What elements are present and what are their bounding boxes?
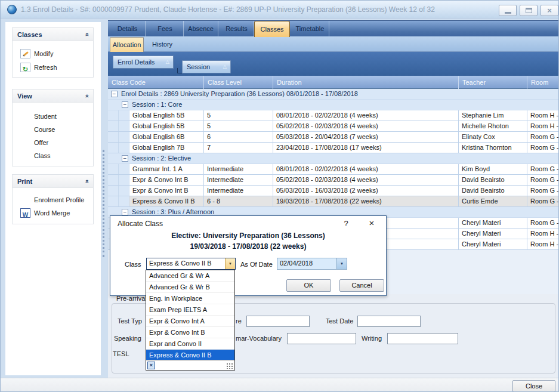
cell-class-level: 6 - 8 (203, 196, 273, 206)
resize-grip-icon[interactable] (226, 363, 233, 369)
sidebar-section-view[interactable]: View» (13, 89, 93, 103)
close-window-button[interactable]: × (541, 5, 558, 16)
as-of-date-value: 02/04/2018 (280, 260, 313, 267)
cell-class-level: 6 (203, 132, 273, 142)
table-row[interactable]: Global English 5B 5 05/02/2018 - 02/03/2… (108, 121, 559, 132)
help-icon[interactable]: ? (340, 219, 352, 228)
tab-timetable[interactable]: Timetable (291, 21, 329, 37)
as-of-date-combobox[interactable]: 02/04/2018 ▼ (277, 258, 347, 270)
table-row[interactable]: Global English 5B 5 08/01/2018 - 02/02/2… (108, 110, 559, 121)
score-input[interactable] (246, 316, 310, 327)
dropdown-arrow-icon[interactable]: ▼ (225, 258, 235, 269)
collapse-icon[interactable]: − (122, 155, 128, 162)
session-group-row[interactable]: − Session : 1: Core (108, 100, 559, 110)
cell-duration: 19/03/2018 - 17/08/2018 (22 weeks) (273, 196, 458, 206)
dropdown-option[interactable]: Exam Prep IELTS A (146, 304, 234, 316)
sidebar-item-enrolment-profile[interactable]: Enrolment Profile (34, 195, 84, 205)
cell-duration: 05/02/2018 - 02/03/2018 (4 weeks) (273, 175, 458, 185)
session-label: Session : 2: Elective (132, 153, 191, 163)
sidebar-section-classes[interactable]: Classes» (13, 28, 93, 41)
title-bar: 1.3 Enrol Details - S#: 0000009977 Prude… (1, 1, 559, 18)
table-row[interactable]: Expr & Convo Int B Intermediate 05/02/20… (108, 175, 559, 186)
table-row[interactable]: Global English 6B 6 05/03/2018 - 20/04/2… (108, 132, 559, 143)
class-combobox[interactable]: Express & Convo II B ▼ (146, 258, 236, 270)
session-group-row[interactable]: − Session : 2: Elective (108, 153, 559, 164)
sort-ascending-icon: △ (223, 61, 227, 72)
table-row-selected[interactable]: Express & Convo II B 6 - 8 19/03/2018 - … (108, 196, 559, 207)
cell-teacher: Michelle Rhoton (458, 121, 527, 131)
group-row-label: Enrol Details : 2869 University Preparat… (121, 89, 358, 99)
cell-room: Room H - (527, 110, 559, 121)
table-row[interactable]: Global English 7B 7 23/04/2018 - 17/08/2… (108, 143, 559, 153)
sidebar-item-student[interactable]: Student (34, 112, 57, 122)
sidebar-splitter[interactable] (103, 150, 104, 257)
dialog-close-icon[interactable]: × (365, 218, 379, 228)
class-combobox-value: Express & Convo II B (149, 260, 212, 267)
dropdown-option[interactable]: Advanced Gr & Wr A (146, 270, 234, 282)
writing-input[interactable] (387, 333, 458, 344)
refresh-icon: ↻ (20, 63, 30, 72)
column-header-class-level[interactable]: Class Level (203, 76, 273, 89)
subtab-allocation[interactable]: Allocation (110, 37, 144, 52)
collapse-icon[interactable]: − (122, 101, 128, 108)
dropdown-option[interactable]: Expr & Convo Int A (146, 316, 234, 327)
dropdown-option[interactable]: Eng. in Workplace (146, 293, 234, 304)
close-button[interactable]: Close (512, 380, 555, 392)
tab-bar: Details Fees Absence Results Classes Tim… (108, 20, 559, 36)
dropdown-option[interactable]: Advanced Gr & Wr B (146, 282, 234, 293)
table-row[interactable]: Grammar Int. 1 A Intermediate 08/01/2018… (108, 164, 559, 175)
chevron-up-icon[interactable]: » (84, 94, 89, 98)
dropdown-close-icon[interactable]: × (147, 362, 155, 369)
table-row[interactable]: Expr & Convo Int B Intermediate 05/03/20… (108, 186, 559, 196)
group-by-session[interactable]: Session △ (182, 60, 231, 73)
subtab-history[interactable]: History (147, 37, 177, 52)
sidebar-item-course[interactable]: Course (34, 125, 55, 135)
cancel-button[interactable]: Cancel (339, 279, 384, 292)
writing-label: Writing (362, 335, 382, 342)
dropdown-option[interactable]: Expr & Convo Int B (146, 327, 234, 338)
sidebar-item-word-merge[interactable]: Word Merge (34, 208, 70, 218)
collapse-icon[interactable]: − (111, 91, 118, 97)
sidebar-item-class[interactable]: Class (34, 151, 51, 161)
group-row-enrol-details[interactable]: − Enrol Details : 2869 University Prepar… (108, 89, 559, 100)
column-header-room[interactable]: Room (527, 76, 559, 89)
group-by-enrol-details[interactable]: Enrol Details △ (113, 55, 174, 69)
group-by-bar: Enrol Details △ Session △ (108, 52, 559, 76)
cell-class-level: Intermediate (203, 164, 273, 174)
tab-classes[interactable]: Classes (254, 21, 290, 37)
column-header-teacher[interactable]: Teacher (458, 76, 527, 89)
tab-results[interactable]: Results (220, 21, 254, 37)
test-date-input[interactable] (357, 316, 421, 327)
indent (108, 110, 119, 121)
subtab-bar: Allocation History (108, 36, 559, 52)
sidebar-item-modify[interactable]: Modify (34, 49, 53, 59)
tab-fees[interactable]: Fees (147, 21, 184, 37)
dialog-heading-course: Elective: University Preparation (36 Les… (110, 232, 386, 240)
sidebar-item-offer[interactable]: Offer (34, 138, 48, 148)
sidebar-item-refresh[interactable]: Refresh (34, 63, 57, 73)
cell-teacher: Cheryl Materi (458, 229, 527, 239)
minimize-button[interactable] (499, 5, 517, 16)
column-header-duration[interactable]: Duration (273, 76, 458, 89)
chevron-up-icon[interactable]: » (84, 180, 89, 183)
column-header-class-code[interactable]: Class Code (108, 76, 203, 89)
tesl-label: TESL (113, 350, 129, 357)
indent (119, 164, 129, 174)
cell-duration: 08/01/2018 - 02/02/2018 (4 weeks) (273, 110, 458, 121)
restore-button[interactable] (520, 5, 538, 16)
test-type-label: Test Typ (118, 317, 142, 325)
collapse-icon[interactable]: − (122, 209, 128, 215)
close-icon: × (541, 5, 558, 16)
tab-absence[interactable]: Absence (184, 21, 218, 37)
tab-details[interactable]: Details (110, 21, 146, 37)
ok-button[interactable]: OK (286, 279, 331, 292)
grammar-vocabulary-input[interactable] (287, 333, 356, 344)
cell-class-code: Global English 5B (129, 110, 203, 121)
group-connector (177, 68, 182, 73)
dropdown-option[interactable]: Expr and Convo II (146, 338, 234, 350)
chevron-up-icon[interactable]: » (84, 33, 89, 36)
sidebar-panel-view: View» Student Course Offer Class (12, 89, 94, 166)
sidebar-section-print[interactable]: Print» (13, 175, 93, 188)
cell-teacher: Kristina Thornton (458, 143, 527, 153)
dropdown-arrow-icon[interactable]: ▼ (336, 258, 347, 269)
